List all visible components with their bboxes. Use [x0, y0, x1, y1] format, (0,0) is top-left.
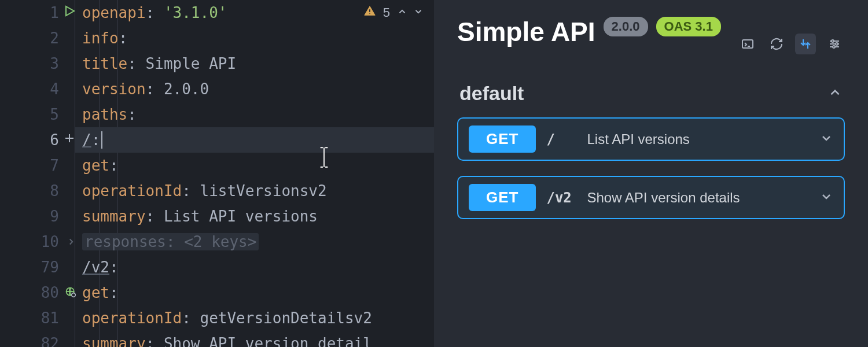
endpoint-row[interactable]: GET / List API versions — [457, 117, 845, 161]
console-icon[interactable] — [737, 34, 758, 54]
code-line[interactable]: operationId: listVersionsv2 — [75, 178, 434, 204]
line-number: 10 — [41, 233, 59, 250]
globe-icon[interactable] — [65, 284, 76, 301]
yaml-key: operationId — [82, 309, 182, 327]
refresh-icon[interactable] — [766, 34, 787, 54]
yaml-value: Show API version detail — [164, 335, 372, 347]
svg-point-6 — [369, 13, 370, 14]
chevron-down-icon[interactable] — [819, 190, 833, 206]
gutter-line: 7 — [0, 153, 75, 178]
line-number: 8 — [50, 182, 59, 200]
line-number: 2 — [50, 29, 59, 47]
gutter-line: 4 — [0, 76, 75, 102]
gutter-line: 79 — [0, 254, 75, 280]
yaml-value: '3.1.0' — [164, 4, 227, 21]
diagnostics-bar: 5 — [363, 5, 424, 21]
code-line[interactable]: /v2: — [75, 254, 434, 280]
endpoint-path: /v2 — [546, 190, 576, 206]
warning-count[interactable]: 5 — [383, 5, 390, 20]
line-number: 82 — [41, 335, 59, 347]
yaml-key: get — [82, 157, 109, 174]
yaml-key: info — [82, 29, 119, 47]
version-badge: 2.0.0 — [604, 17, 648, 36]
gutter-line: 82 — [0, 331, 75, 347]
yaml-key: summary — [82, 335, 146, 347]
gutter-line: 2 — [0, 25, 75, 51]
line-number: 81 — [41, 309, 59, 327]
code-line[interactable]: get: — [75, 280, 434, 305]
yaml-key: responses — [84, 233, 166, 250]
gutter-line: 9 — [0, 204, 75, 229]
yaml-value: List API versions — [164, 208, 318, 225]
yaml-value: getVersionDetailsv2 — [200, 309, 372, 327]
line-number: 79 — [41, 259, 59, 276]
yaml-path: / — [82, 131, 91, 149]
yaml-path: /v2 — [82, 259, 109, 276]
yaml-key: title — [82, 55, 127, 72]
gutter-line: 80 — [0, 280, 75, 305]
code-line[interactable]: version: 2.0.0 — [75, 76, 434, 102]
yaml-key: get — [82, 284, 109, 301]
settings-icon[interactable] — [824, 34, 845, 54]
chevron-down-icon[interactable] — [819, 131, 833, 147]
gutter-line: 8 — [0, 178, 75, 204]
gutter-line: 1 — [0, 0, 75, 25]
gutter-line: 5 — [0, 102, 75, 127]
run-icon[interactable] — [62, 4, 76, 21]
gutter-line: 81 — [0, 305, 75, 331]
endpoint-summary: List API versions — [587, 131, 809, 147]
yaml-key: version — [82, 80, 146, 98]
chevron-up-icon[interactable] — [397, 5, 407, 20]
swagger-preview: Simple API 2.0.0 OAS 3.1 default — [434, 0, 868, 347]
text-cursor — [101, 131, 102, 149]
code-editor[interactable]: 1 2 3 4 5 6 7 8 9 10 — [0, 0, 434, 347]
sync-icon[interactable] — [795, 34, 816, 54]
yaml-value: Simple API — [146, 55, 237, 72]
http-method-badge: GET — [469, 184, 536, 211]
code-line[interactable]: get: — [75, 153, 434, 178]
code-line[interactable]: paths: — [75, 102, 434, 127]
line-number: 5 — [50, 106, 59, 123]
line-number: 9 — [50, 208, 59, 225]
line-number: 6 — [50, 131, 59, 149]
yaml-value: 2.0.0 — [164, 80, 209, 98]
gutter-line: 6 — [0, 127, 75, 153]
code-line[interactable]: summary: Show API version detail — [75, 331, 434, 347]
tag-section: default GET / List API versions GET /v2 … — [457, 82, 845, 219]
yaml-key: operationId — [82, 182, 182, 200]
tag-title: default — [459, 82, 524, 105]
code-line[interactable]: title: Simple API — [75, 51, 434, 76]
editor-gutter: 1 2 3 4 5 6 7 8 9 10 — [0, 0, 75, 347]
code-line[interactable]: summary: List API versions — [75, 204, 434, 229]
chevron-down-icon[interactable] — [413, 5, 424, 20]
line-number: 1 — [50, 4, 59, 21]
code-line[interactable]: info: — [75, 25, 434, 51]
tag-header[interactable]: default — [457, 82, 845, 117]
gutter-line: 10 — [0, 229, 75, 254]
endpoint-summary: Show API version details — [587, 190, 809, 206]
fold-placeholder[interactable]: <2 keys> — [184, 233, 256, 250]
line-number: 4 — [50, 80, 59, 98]
code-line[interactable]: operationId: getVersionDetailsv2 — [75, 305, 434, 331]
endpoint-path: / — [546, 131, 576, 147]
code-line[interactable]: responses: <2 keys> — [75, 229, 434, 254]
yaml-key: summary — [82, 208, 146, 225]
code-area[interactable]: openapi: '3.1.0' info: title: Simple API… — [75, 0, 434, 347]
svg-marker-0 — [66, 6, 74, 16]
yaml-value: listVersionsv2 — [200, 182, 327, 200]
warning-icon[interactable] — [363, 5, 376, 21]
oas-badge: OAS 3.1 — [656, 17, 721, 36]
svg-point-10 — [832, 40, 834, 42]
line-number: 7 — [50, 157, 59, 174]
http-method-badge: GET — [469, 125, 536, 153]
yaml-key: openapi — [82, 4, 146, 21]
plus-icon[interactable] — [62, 131, 76, 149]
chevron-up-icon[interactable] — [827, 85, 843, 102]
line-number: 3 — [50, 55, 59, 72]
svg-point-14 — [833, 46, 835, 48]
preview-toolbar — [737, 34, 845, 54]
api-title: Simple API — [457, 16, 595, 47]
endpoint-row[interactable]: GET /v2 Show API version details — [457, 176, 845, 219]
code-line[interactable]: /: — [75, 127, 434, 153]
gutter-line: 3 — [0, 51, 75, 76]
